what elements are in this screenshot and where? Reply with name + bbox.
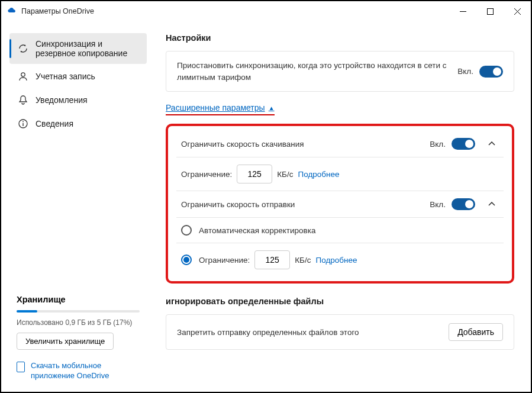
window-title: Параметры OneDrive: [21, 7, 449, 15]
download-limit-label: Ограничение:: [181, 170, 232, 179]
maximize-button[interactable]: [476, 1, 504, 21]
settings-title: Настройки: [166, 33, 514, 43]
upload-limit-label: Ограничение:: [199, 256, 250, 265]
onedrive-cloud-icon: [7, 8, 17, 15]
ignore-title: игнорировать определенные файлы: [166, 297, 514, 306]
svg-rect-0: [460, 11, 466, 12]
upload-toggle[interactable]: [452, 198, 475, 210]
download-unit: КБ/с: [277, 170, 293, 179]
svg-point-2: [21, 73, 25, 76]
storage-used-text: Использовано 0,9 ГБ из 5 ГБ (17%): [17, 318, 140, 327]
metered-toggle[interactable]: [479, 66, 503, 78]
radio-limit[interactable]: [181, 255, 192, 265]
advanced-label: Расширенные параметры: [166, 103, 265, 112]
account-icon: [18, 71, 28, 82]
radio-auto[interactable]: [181, 225, 192, 236]
storage-title: Хранилище: [17, 295, 140, 304]
chevron-up-icon: [488, 141, 499, 146]
sidebar-item-notifications[interactable]: Уведомления: [9, 89, 147, 111]
chevron-up-icon: ▲: [269, 105, 275, 111]
ignore-card: Запретить отправку определенных файлов э…: [166, 314, 514, 350]
svg-point-4: [22, 121, 24, 123]
phone-icon: [17, 362, 25, 372]
metered-state-label: Вкл.: [457, 67, 473, 76]
upload-auto-label: Автоматическая корректировка: [199, 226, 315, 235]
sidebar-item-account[interactable]: Учетная запись: [9, 65, 147, 88]
chevron-up-icon: [488, 202, 499, 207]
titlebar: Параметры OneDrive: [1, 1, 531, 21]
upload-more-link[interactable]: Подробнее: [315, 256, 357, 265]
sidebar: Синхронизация и резервное копирование Уч…: [1, 21, 155, 392]
sidebar-item-about[interactable]: Сведения: [9, 112, 147, 135]
download-limit-value-row: Ограничение: КБ/с Подробнее: [173, 157, 507, 191]
upload-auto-row[interactable]: Автоматическая корректировка: [173, 218, 507, 243]
mobile-link-text[interactable]: Скачать мобильное приложение OneDrive: [31, 360, 140, 381]
download-state: Вкл.: [430, 140, 446, 149]
metered-text: Приостановить синхронизацию, когда это у…: [177, 60, 457, 83]
upload-unit: КБ/с: [295, 256, 311, 265]
mobile-app-link[interactable]: Скачать мобильное приложение OneDrive: [17, 360, 140, 392]
svg-rect-1: [487, 8, 493, 14]
sidebar-item-sync[interactable]: Синхронизация и резервное копирование: [9, 33, 147, 64]
download-limit-row[interactable]: Ограничить скорость скачивания Вкл.: [173, 131, 507, 157]
upload-value-input[interactable]: [254, 250, 290, 269]
upload-state: Вкл.: [430, 200, 446, 209]
main-panel: Настройки Приостановить синхронизацию, к…: [155, 21, 531, 392]
nav-label: Уведомления: [36, 95, 88, 105]
sync-icon: [18, 43, 28, 54]
close-button[interactable]: [504, 1, 531, 21]
upgrade-storage-button[interactable]: Увеличить хранилище: [17, 333, 114, 350]
download-value-input[interactable]: [237, 165, 272, 183]
add-button[interactable]: Добавить: [449, 323, 503, 341]
minimize-button[interactable]: [449, 1, 476, 21]
download-title: Ограничить скорость скачивания: [181, 140, 430, 149]
storage-bar: [17, 310, 140, 313]
nav-label: Синхронизация и резервное копирование: [36, 39, 138, 58]
bell-icon: [18, 95, 28, 105]
upload-limit-row[interactable]: Ограничить скорость отправки Вкл.: [173, 191, 507, 217]
upload-limit-value-row[interactable]: Ограничение: КБ/с Подробнее: [173, 243, 507, 276]
speed-limits-box: Ограничить скорость скачивания Вкл. Огра…: [166, 124, 514, 284]
nav-label: Сведения: [36, 119, 73, 128]
ignore-text: Запретить отправку определенных файлов э…: [177, 328, 449, 337]
svg-rect-5: [22, 123, 23, 126]
upload-title: Ограничить скорость отправки: [181, 200, 430, 209]
advanced-params-link[interactable]: Расширенные параметры ▲: [166, 103, 275, 115]
nav-label: Учетная запись: [36, 72, 95, 81]
metered-sync-card: Приостановить синхронизацию, когда это у…: [166, 51, 514, 92]
download-more-link[interactable]: Подробнее: [298, 170, 339, 179]
download-toggle[interactable]: [452, 138, 475, 150]
info-icon: [18, 118, 28, 129]
